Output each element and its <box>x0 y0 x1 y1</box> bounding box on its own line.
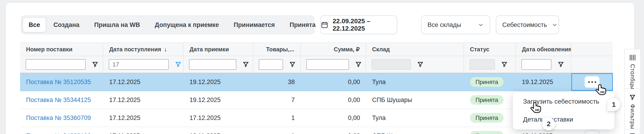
filter-cell-number <box>20 56 103 73</box>
col-header-date-accepted[interactable]: Дата приемки <box>184 42 253 56</box>
sidebar-tab-filters[interactable]: Фильтры <box>625 89 640 130</box>
calendar-icon <box>320 21 328 29</box>
supply-link[interactable]: Поставка № 35360709 <box>26 115 91 122</box>
cell-date-received: 17.11.2025 <box>103 127 184 134</box>
status-badge: Принята <box>470 113 504 123</box>
col-header-status[interactable]: Статус <box>464 42 516 56</box>
filter-funnel-icon[interactable] <box>289 61 296 68</box>
goods-filter-input[interactable] <box>259 59 283 70</box>
col-header-actions <box>571 42 613 56</box>
menu-item-supply-details[interactable]: Детали поставки <box>513 111 614 129</box>
supplies-page: { "tabs": { "items": [ { "label": "Все",… <box>0 0 644 134</box>
content-card: Все Создана Пришла на WB Допущена к прие… <box>6 3 634 134</box>
chevron-down-icon <box>478 22 484 28</box>
tab-created[interactable]: Создана <box>46 17 87 32</box>
cell-warehouse: Тула <box>366 73 464 91</box>
filter-cell-warehouse <box>366 56 464 73</box>
warehouse-filter-input[interactable] <box>372 59 411 70</box>
filter-funnel-icon[interactable] <box>501 61 508 68</box>
col-header-date-received[interactable]: Дата поступления↓ <box>103 42 184 56</box>
col-header-sum[interactable]: Сумма, ₽ <box>301 42 366 56</box>
filter-funnel-icon[interactable] <box>92 61 98 68</box>
cell-date-received: 17.12.2025 <box>103 91 184 109</box>
status-badge: Принята <box>470 95 504 105</box>
status-badge: Принята <box>470 77 504 87</box>
col-header-warehouse[interactable]: Склад <box>366 42 464 56</box>
cell-goods: 7 <box>253 91 301 109</box>
sum-filter-input[interactable] <box>306 59 349 70</box>
status-tabs: Все Создана Пришла на WB Допущена к прие… <box>21 15 314 34</box>
cell-sum: 0,00 <box>301 73 366 91</box>
cell-warehouse: Тула <box>366 109 464 127</box>
filter-funnel-icon[interactable] <box>417 61 424 68</box>
filter-funnel-icon-active[interactable] <box>175 61 182 68</box>
cell-warehouse: СПБ Шушары <box>366 127 464 134</box>
col-header-updated[interactable]: Дата обновления <box>516 42 571 56</box>
cell-warehouse: СПБ Шушары <box>366 91 464 109</box>
cell-date-accepted: 17.12.2025 <box>184 109 253 127</box>
chevron-down-icon <box>552 22 558 28</box>
warehouse-select[interactable]: Все склады <box>421 15 490 34</box>
date-range-value: 22.09.2025 – 22.12.2025 <box>332 17 397 32</box>
filter-funnel-icon[interactable] <box>558 61 564 68</box>
export-icon <box>628 133 636 134</box>
status-filter-input[interactable] <box>470 59 495 70</box>
number-filter-input[interactable] <box>26 59 86 70</box>
updated-filter-input[interactable] <box>522 59 552 70</box>
cell-sum: 0,00 <box>301 109 366 127</box>
supply-link[interactable]: Поставка № 35344125 <box>26 97 91 104</box>
filter-funnel-icon[interactable] <box>242 61 249 68</box>
filter-cell-date-received <box>103 56 184 73</box>
sidebar-tab-label: Фильтры <box>629 104 636 129</box>
row-actions-button[interactable] <box>585 130 600 134</box>
filter-cell-goods <box>253 56 301 73</box>
sidebar-tab-columns[interactable]: Столбцы <box>625 49 640 89</box>
col-header-goods[interactable]: Товары,... <box>253 42 301 56</box>
cell-date-accepted: 19.12.2025 <box>184 73 253 91</box>
warehouse-select-value: Все склады <box>428 21 461 28</box>
cost-select[interactable]: Себестоимость <box>496 15 559 34</box>
filter-cell-actions <box>571 56 613 73</box>
funnel-icon <box>629 94 636 101</box>
filter-cell-sum <box>301 56 366 73</box>
step-badge-1: 1 <box>607 98 620 111</box>
sidebar-tab-export[interactable] <box>625 130 640 134</box>
date-range-button[interactable]: 22.09.2025 – 22.12.2025 <box>320 15 397 34</box>
filter-cell-updated <box>516 56 571 73</box>
tab-admitted[interactable]: Допущена к приемке <box>148 17 226 32</box>
cell-goods: 38 <box>253 73 301 91</box>
col-header-number[interactable]: Номер поставки <box>20 42 103 56</box>
cell-date-accepted: 18.11.2025 <box>184 127 253 134</box>
cell-date-accepted: 19.12.2025 <box>184 91 253 109</box>
cell-goods: 1 <box>253 127 301 134</box>
tab-accepted[interactable]: Принята <box>282 17 323 32</box>
date-received-filter-input[interactable] <box>109 59 169 70</box>
filter-cell-date-accepted <box>184 56 253 73</box>
table-side-panel: Столбцы Фильтры <box>624 49 640 134</box>
cell-sum: 0,00 <box>301 127 366 134</box>
tab-arrived-wb[interactable]: Пришла на WB <box>87 17 147 32</box>
date-accepted-filter-input[interactable] <box>189 59 236 70</box>
tab-accepting[interactable]: Принимается <box>226 17 282 32</box>
cell-date-received: 17.12.2025 <box>103 73 184 91</box>
cell-sum: 0,00 <box>301 91 366 109</box>
cell-goods: 1 <box>253 109 301 127</box>
step-badge-2: 2 <box>542 118 555 130</box>
hand-cursor-icon <box>595 83 608 97</box>
cost-select-value: Себестоимость <box>502 21 547 28</box>
status-badge: Принята <box>470 131 504 134</box>
hand-cursor-icon <box>530 101 543 115</box>
cell-updated: 19.12.2025 <box>516 73 571 91</box>
supply-link[interactable]: Поставка № 34233190 <box>26 133 91 134</box>
cell-date-received: 17.12.2025 <box>103 109 184 127</box>
filter-funnel-icon[interactable] <box>355 61 362 68</box>
sort-desc-icon: ↓ <box>164 46 167 53</box>
filter-cell-status <box>464 56 516 73</box>
sidebar-tab-label: Столбцы <box>629 64 636 90</box>
columns-icon <box>629 54 636 61</box>
row-context-menu: Загрузить себестоимость Детали поставки <box>513 92 614 130</box>
tab-all[interactable]: Все <box>22 17 46 32</box>
supply-link[interactable]: Поставка № 35120535 <box>26 79 91 86</box>
